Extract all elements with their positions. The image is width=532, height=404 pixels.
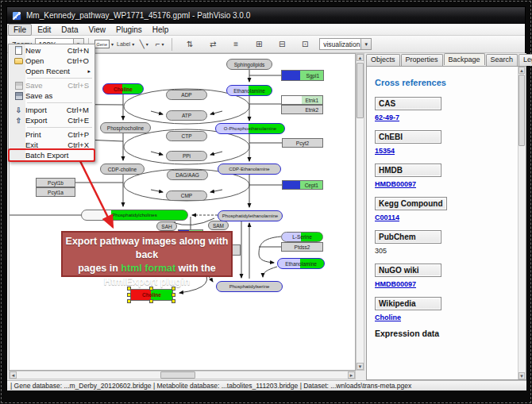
menu-file[interactable]: File: [8, 24, 32, 36]
pathway-node[interactable]: O-Phosphoethanolamine: [215, 123, 285, 134]
pathway-node[interactable]: Phosphatidylcholines: [81, 210, 188, 221]
pathway-gene-node[interactable]: Etnk2: [281, 105, 323, 114]
label-tool-button[interactable]: Label ▾: [116, 37, 135, 51]
section-title: CAS: [375, 97, 441, 110]
common-size-icon: ⊟: [279, 40, 285, 48]
distribute-rows-button[interactable]: ≡: [229, 37, 243, 51]
section-link[interactable]: C00114: [375, 214, 526, 221]
pathway-gene-node[interactable]: Cept1: [282, 180, 323, 190]
selection-handle[interactable]: [149, 287, 153, 290]
canvas-horizontal-scrollbar[interactable]: ◄ ►: [9, 371, 356, 379]
pathway-gene-node[interactable]: Sgpl1: [281, 70, 324, 81]
pathway-node[interactable]: CMP: [166, 190, 207, 201]
section-link[interactable]: 62-49-7: [375, 114, 526, 121]
section-link[interactable]: 15354: [375, 147, 526, 155]
pathway-node[interactable]: ADP: [166, 90, 207, 100]
menu-item-batch-export[interactable]: Batch Export: [10, 150, 94, 160]
pathway-node[interactable]: Ethanolamine: [277, 258, 325, 269]
section-link[interactable]: Choline: [375, 314, 526, 321]
stack-button[interactable]: ⊡: [298, 37, 312, 51]
distribute-columns-button[interactable]: ⊞: [252, 37, 266, 51]
connector-tool-button[interactable]: ⌐ ▾: [152, 37, 167, 51]
selection-handle[interactable]: [127, 287, 131, 290]
pathway-node[interactable]: DAG/AAG: [167, 170, 208, 180]
common-size-button[interactable]: ⊟: [275, 37, 289, 51]
gene-tool-button[interactable]: Gene ▾: [94, 37, 114, 51]
gene-dropdown-icon[interactable]: ▾: [111, 41, 114, 47]
tab-objects[interactable]: Objects: [366, 54, 400, 66]
menu-item-exit[interactable]: ExitCtrl+X: [10, 140, 94, 150]
menu-item-new[interactable]: NewCtrl+N: [10, 45, 94, 56]
selection-handle[interactable]: [172, 299, 175, 303]
menu-item-import[interactable]: ⇩ ImportCtrl+M: [10, 105, 94, 115]
selection-handle[interactable]: [172, 293, 175, 297]
align-horizontal-button[interactable]: ⇄: [206, 37, 220, 51]
scroll-down-arrow[interactable]: ▼: [519, 372, 525, 379]
selection-handle[interactable]: [149, 299, 153, 303]
pathway-node[interactable]: Choline: [102, 83, 144, 94]
pathway-node[interactable]: SAH: [156, 221, 177, 231]
menu-item-save-as[interactable]: Save as: [10, 90, 94, 101]
label-dropdown-icon[interactable]: ▾: [132, 41, 134, 47]
section-link[interactable]: HMDB00097: [375, 180, 526, 188]
menu-separator: [27, 127, 92, 128]
selection-handle[interactable]: [127, 293, 131, 297]
menu-item-print[interactable]: PrintCtrl+P: [10, 129, 94, 140]
visualization-combobox[interactable]: visualization ▾: [319, 38, 372, 50]
visualization-value: visualization: [323, 40, 360, 48]
menu-plugins[interactable]: Plugins: [111, 25, 147, 35]
pathway-node[interactable]: CDP-choline: [100, 164, 145, 175]
pathway-gene-node[interactable]: Etnk1: [281, 95, 323, 105]
menu-data[interactable]: Data: [56, 25, 83, 35]
vscroll-thumb[interactable]: [357, 63, 364, 118]
backpage-section: PubChem 305: [375, 229, 526, 255]
panel-scrollbar[interactable]: ▲ ▼: [518, 67, 526, 379]
tab-backpage[interactable]: Backpage: [444, 53, 485, 65]
pathway-node[interactable]: PPi: [166, 151, 207, 161]
pathway-gene-node[interactable]: Pcyt1a: [36, 187, 75, 197]
scroll-up-arrow[interactable]: ▲: [357, 54, 364, 61]
visualization-dropdown-icon[interactable]: ▾: [360, 39, 371, 49]
menu-item-open-recent[interactable]: Open Recent▸: [10, 66, 94, 76]
line-dropdown-icon[interactable]: ▾: [146, 41, 148, 47]
menu-item-save[interactable]: SaveCtrl+S: [10, 80, 94, 90]
pathway-node[interactable]: Phosphocholine: [100, 122, 151, 133]
tab-legend[interactable]: Legend: [519, 54, 532, 66]
scroll-left-arrow[interactable]: ◄: [10, 371, 17, 379]
canvas-vertical-scrollbar[interactable]: ▲ ▼: [356, 53, 364, 371]
pathway-gene-node[interactable]: Pcyt2: [282, 138, 323, 148]
pathway-node[interactable]: CTP: [166, 131, 207, 141]
scroll-down-arrow[interactable]: ▼: [357, 363, 364, 370]
menu-item-export[interactable]: ⇧ ExportCtrl+E: [10, 115, 94, 125]
pathway-gene-node[interactable]: Pcyt1b: [36, 178, 75, 187]
pathway-node[interactable]: Ethanolamine: [226, 85, 272, 96]
menu-help[interactable]: Help: [148, 25, 174, 35]
scroll-up-arrow[interactable]: ▲: [519, 67, 525, 74]
line-tool-button[interactable]: ╲ ▾: [137, 37, 151, 51]
panel-scroll-thumb[interactable]: [519, 75, 525, 146]
connector-dropdown-icon[interactable]: ▾: [162, 41, 164, 47]
selection-handle[interactable]: [127, 299, 131, 303]
title-bar[interactable]: Mm_Kennedy_pathway_WP1771_45176.gpml - P…: [7, 7, 525, 24]
align-vertical-button[interactable]: ⇅: [183, 37, 197, 51]
scroll-right-arrow[interactable]: ►: [348, 371, 355, 379]
section-link[interactable]: HMDB00097: [375, 280, 526, 288]
menu-edit[interactable]: Edit: [33, 25, 56, 35]
pathway-node[interactable]: SAM: [208, 221, 229, 230]
line-tool-icon: ╲: [140, 40, 145, 48]
menu-view[interactable]: View: [83, 25, 110, 35]
open-folder-icon: [14, 58, 23, 64]
import-icon: ⇩: [12, 106, 25, 114]
pathway-node[interactable]: Sphingolipids: [226, 59, 272, 70]
pathway-node[interactable]: CDP-Ethanolamine: [218, 164, 281, 175]
selection-handle[interactable]: [172, 287, 175, 290]
pathway-node[interactable]: L-Serine: [281, 232, 323, 242]
tab-search[interactable]: Search: [486, 54, 519, 66]
pathway-node[interactable]: Phosphatidylethanolamine: [218, 210, 283, 221]
pathway-node[interactable]: ATP: [166, 110, 207, 121]
pathway-gene-node[interactable]: Ptdss2: [281, 242, 323, 252]
menu-item-open[interactable]: OpenCtrl+O: [10, 56, 94, 66]
tab-properties[interactable]: Properties: [401, 54, 443, 66]
status-text: | Gene database: ...m_Derby_20120602.bri…: [10, 382, 411, 390]
hscroll-thumb[interactable]: [160, 371, 195, 379]
